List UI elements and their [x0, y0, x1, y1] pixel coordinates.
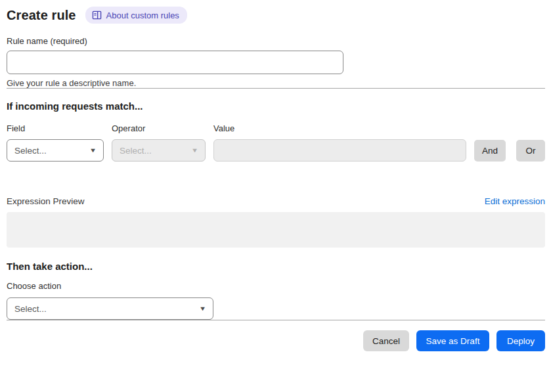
expression-controls-row: Select... ▼ Select... ▼ And Or [7, 139, 545, 162]
about-custom-rules-label: About custom rules [106, 11, 179, 20]
create-rule-page: Create rule About custom rules Rule name… [0, 0, 551, 351]
chevron-down-icon: ▼ [199, 305, 206, 312]
deploy-button[interactable]: Deploy [496, 330, 545, 351]
section-divider [7, 88, 545, 89]
rule-name-help: Give your rule a descriptive name. [7, 78, 545, 88]
action-section-heading: Then take action... [7, 261, 545, 272]
footer-divider [7, 320, 545, 320]
rule-name-label: Rule name (required) [7, 36, 545, 46]
or-button[interactable]: Or [516, 140, 545, 162]
field-select[interactable]: Select... ▼ [7, 139, 104, 162]
choose-action-label: Choose action [7, 281, 545, 291]
about-custom-rules-link[interactable]: About custom rules [85, 7, 187, 24]
operator-label: Operator [112, 123, 206, 133]
footer-actions: Cancel Save as Draft Deploy [7, 330, 545, 351]
value-input [213, 139, 466, 162]
operator-select: Select... ▼ [112, 139, 206, 162]
expression-preview-label: Expression Preview [7, 196, 85, 206]
book-icon [92, 11, 102, 20]
page-header: Create rule About custom rules [7, 7, 545, 24]
value-label: Value [213, 123, 466, 133]
cancel-button[interactable]: Cancel [363, 330, 409, 351]
field-label: Field [7, 123, 104, 133]
choose-action-select[interactable]: Select... ▼ [7, 297, 213, 320]
match-section-heading: If incoming requests match... [7, 100, 545, 112]
expression-preview-header: Expression Preview Edit expression [7, 196, 545, 206]
operator-select-value: Select... [120, 146, 152, 156]
expression-labels-row: Field Operator Value [7, 123, 545, 133]
chevron-down-icon: ▼ [191, 147, 198, 154]
rule-name-section: Rule name (required) Give your rule a de… [7, 36, 545, 88]
rule-name-input[interactable] [7, 51, 343, 74]
choose-action-select-value: Select... [14, 304, 47, 314]
field-select-value: Select... [14, 146, 47, 156]
edit-expression-link[interactable]: Edit expression [485, 196, 545, 206]
save-as-draft-button[interactable]: Save as Draft [416, 330, 489, 351]
and-button[interactable]: And [474, 140, 506, 162]
page-title: Create rule [7, 8, 76, 23]
expression-preview-box [7, 212, 545, 248]
chevron-down-icon: ▼ [89, 147, 97, 154]
